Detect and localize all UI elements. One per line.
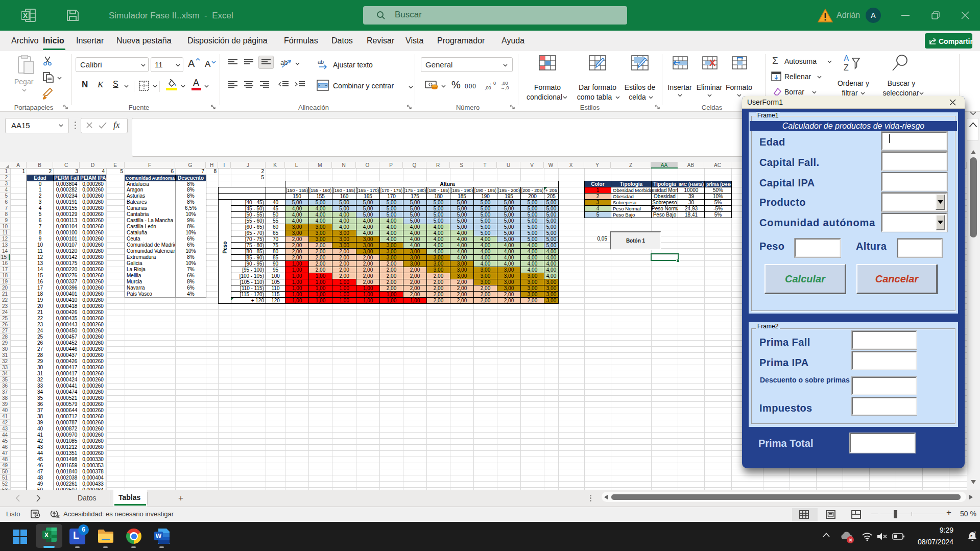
- svg-text:X: X: [23, 12, 28, 19]
- svg-text:,00: ,00: [485, 85, 491, 90]
- svg-text:→,0: →,0: [500, 85, 509, 90]
- svg-text:Z: Z: [974, 531, 976, 535]
- svg-text:A: A: [844, 54, 849, 63]
- svg-text:Z: Z: [844, 63, 849, 72]
- svg-text:z: z: [970, 534, 972, 538]
- svg-text:W: W: [156, 533, 162, 540]
- svg-text:ab: ab: [318, 59, 324, 65]
- svg-text:X: X: [44, 532, 49, 539]
